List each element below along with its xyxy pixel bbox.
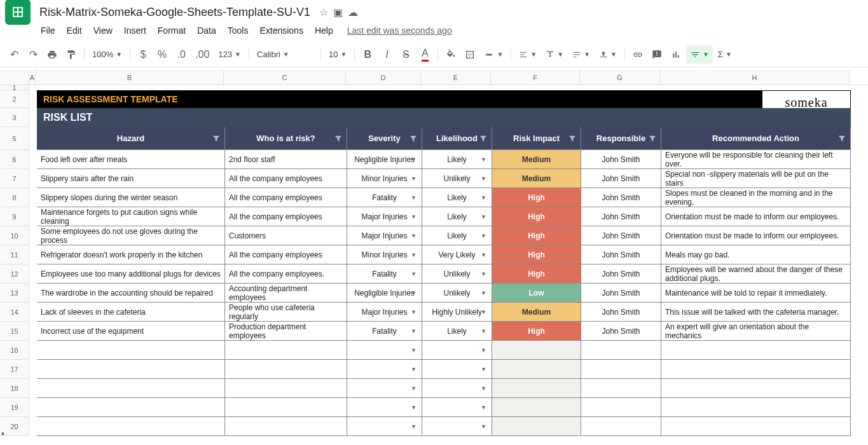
menu-view[interactable]: View [88,23,118,38]
link-button[interactable] [629,46,647,64]
italic-button[interactable]: I [378,46,396,64]
percent-button[interactable]: % [153,46,171,64]
functions-button[interactable]: Σ▼ [714,46,736,64]
bold-button[interactable]: B [359,46,376,64]
print-button[interactable] [43,46,61,64]
document-title[interactable]: Risk-Matrix-Someka-Google-Sheets-Templat… [36,4,314,20]
title-bar: Risk-Matrix-Someka-Google-Sheets-Templat… [0,0,868,22]
increase-decimal-button[interactable]: .00 [191,46,213,64]
strike-button[interactable]: S [397,46,415,64]
paint-format-button[interactable] [62,46,80,64]
font-size-select[interactable]: 10▼ [325,46,350,64]
menu-file[interactable]: File [36,23,60,38]
menu-extensions[interactable]: Extensions [254,23,308,38]
cloud-icon[interactable]: ☁ [348,6,358,18]
redo-button[interactable]: ↷ [24,46,42,64]
more-formats-select[interactable]: 123▼ [214,46,245,64]
menu-insert[interactable]: Insert [119,23,151,38]
menu-tools[interactable]: Tools [223,23,254,38]
svg-rect-1 [14,8,17,11]
menu-format[interactable]: Format [153,23,191,38]
valign-button[interactable]: ▼ [542,46,567,64]
menu-help[interactable]: Help [310,23,338,38]
filter-button[interactable]: ▼ [686,46,713,64]
chart-button[interactable] [667,46,685,64]
wrap-button[interactable]: ▼ [568,46,594,64]
menu-data[interactable]: Data [192,23,221,38]
menu-bar: FileEditViewInsertFormatDataToolsExtensi… [0,22,868,42]
comment-button[interactable] [648,46,666,64]
fill-color-button[interactable] [442,46,460,64]
text-color-button[interactable]: A [416,46,434,64]
rotate-button[interactable]: ▼ [595,46,621,64]
zoom-select[interactable]: 100%▼ [88,46,126,64]
merge-button[interactable]: ▼ [480,46,507,64]
svg-rect-3 [14,13,17,16]
svg-rect-4 [18,13,22,16]
font-select[interactable]: Calibri▼ [253,46,317,64]
toolbar: ↶ ↷ 100%▼ $ % .0 .00 123▼ Calibri▼ 10▼ B… [0,42,868,67]
move-icon[interactable]: ▣ [333,6,343,18]
last-edit-link[interactable]: Last edit was seconds ago [347,25,452,36]
undo-button[interactable]: ↶ [5,46,23,64]
svg-rect-2 [18,8,22,11]
sheets-logo[interactable] [5,0,31,25]
borders-button[interactable] [461,46,479,64]
decrease-decimal-button[interactable]: .0 [172,46,190,64]
star-icon[interactable]: ☆ [319,6,328,18]
menu-edit[interactable]: Edit [62,23,87,38]
halign-button[interactable]: ▼ [515,46,541,64]
currency-button[interactable]: $ [134,46,152,64]
